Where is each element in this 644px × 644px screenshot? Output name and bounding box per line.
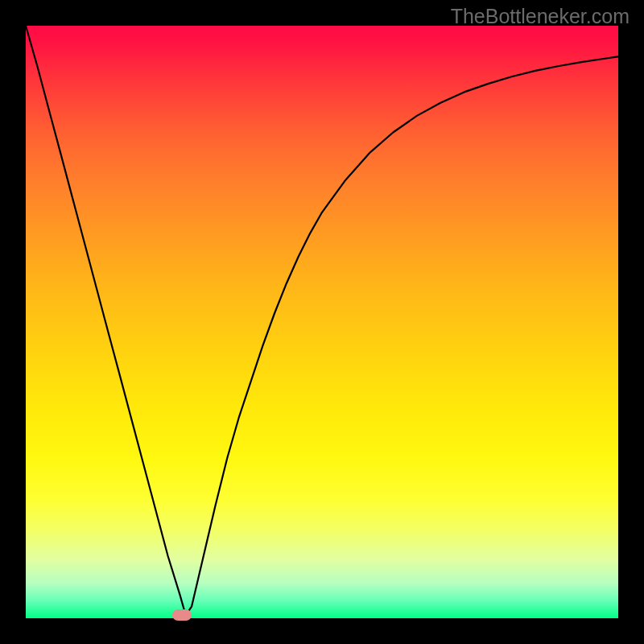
plot-area [26, 26, 618, 618]
chart-curve [26, 26, 618, 618]
minimum-marker [172, 609, 192, 621]
watermark-text: TheBottleneker.com [451, 5, 630, 28]
